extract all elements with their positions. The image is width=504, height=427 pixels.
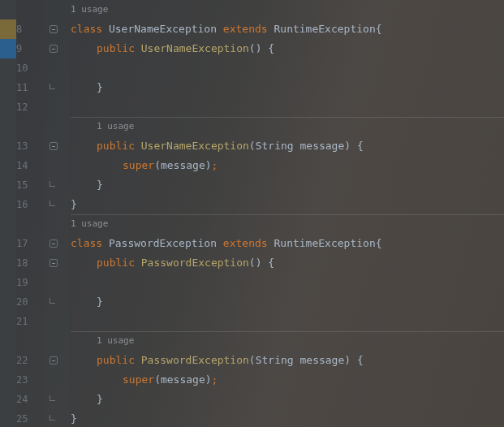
line-number[interactable]: 12 bbox=[16, 97, 45, 117]
code-line[interactable] bbox=[69, 97, 504, 117]
line-number[interactable]: 10 bbox=[16, 58, 45, 78]
code-line[interactable] bbox=[69, 273, 504, 292]
usage-hint[interactable]: 1 usage bbox=[97, 117, 134, 136]
line-number[interactable]: 24 bbox=[16, 390, 45, 409]
code-line[interactable]: } bbox=[69, 78, 504, 97]
fold-toggle-icon[interactable] bbox=[50, 259, 58, 267]
line-number[interactable]: 22 bbox=[16, 351, 45, 370]
line-number[interactable]: 20 bbox=[16, 292, 45, 312]
line-number-gutter[interactable]: 8 9 10 11 12 13 14 15 16 17 18 19 20 21 … bbox=[16, 0, 45, 427]
line-number[interactable]: 19 bbox=[16, 273, 45, 292]
fold-toggle-icon[interactable] bbox=[50, 239, 58, 248]
code-line[interactable]: } bbox=[69, 195, 504, 214]
fold-toggle-icon[interactable] bbox=[50, 142, 58, 150]
code-line[interactable]: } bbox=[69, 292, 504, 312]
line-number[interactable]: 15 bbox=[16, 175, 45, 195]
code-line[interactable]: public UserNameException() { bbox=[69, 39, 504, 58]
fold-end-icon[interactable] bbox=[50, 415, 58, 423]
line-number[interactable]: 9 bbox=[16, 39, 45, 58]
marker-highlight-selected bbox=[0, 39, 16, 58]
code-line[interactable]: public PasswordException(String message)… bbox=[69, 351, 504, 370]
code-line[interactable]: public PasswordException() { bbox=[69, 253, 504, 273]
line-number[interactable]: 13 bbox=[16, 136, 45, 156]
code-line[interactable] bbox=[69, 58, 504, 78]
usage-hint[interactable]: 1 usage bbox=[71, 214, 108, 234]
code-line[interactable] bbox=[69, 312, 504, 331]
fold-end-icon[interactable] bbox=[50, 395, 58, 403]
line-number[interactable]: 14 bbox=[16, 156, 45, 175]
line-number[interactable]: 11 bbox=[16, 78, 45, 97]
line-number[interactable]: 18 bbox=[16, 253, 45, 273]
line-number[interactable]: 21 bbox=[16, 312, 45, 331]
fold-end-icon[interactable] bbox=[50, 181, 58, 189]
code-line[interactable]: super(message); bbox=[69, 370, 504, 390]
fold-toggle-icon[interactable] bbox=[50, 356, 58, 364]
code-line[interactable]: } bbox=[69, 175, 504, 195]
code-line[interactable]: class PasswordException extends RuntimeE… bbox=[69, 234, 504, 253]
usage-hint[interactable]: 1 usage bbox=[71, 0, 108, 19]
line-number[interactable]: 8 bbox=[16, 19, 45, 39]
code-line[interactable]: } bbox=[69, 409, 504, 427]
code-line[interactable]: super(message); bbox=[69, 156, 504, 175]
code-area[interactable]: 1 usage class UserNameException extends … bbox=[69, 0, 504, 427]
marker-highlight bbox=[0, 19, 16, 39]
fold-end-icon[interactable] bbox=[50, 298, 58, 306]
line-number[interactable]: 23 bbox=[16, 370, 45, 390]
line-number[interactable]: 25 bbox=[16, 409, 45, 427]
fold-toggle-icon[interactable] bbox=[50, 45, 58, 53]
fold-end-icon[interactable] bbox=[50, 84, 58, 92]
code-line[interactable]: } bbox=[69, 390, 504, 409]
fold-gutter[interactable] bbox=[45, 0, 69, 427]
marker-strip bbox=[0, 0, 16, 427]
fold-end-icon[interactable] bbox=[50, 201, 58, 209]
code-line[interactable]: class UserNameException extends RuntimeE… bbox=[69, 19, 504, 39]
code-line[interactable]: public UserNameException(String message)… bbox=[69, 136, 504, 156]
fold-toggle-icon[interactable] bbox=[50, 25, 58, 33]
code-editor[interactable]: 8 9 10 11 12 13 14 15 16 17 18 19 20 21 … bbox=[0, 0, 504, 427]
usage-hint[interactable]: 1 usage bbox=[97, 331, 134, 351]
line-number[interactable]: 17 bbox=[16, 234, 45, 253]
line-number[interactable]: 16 bbox=[16, 195, 45, 214]
